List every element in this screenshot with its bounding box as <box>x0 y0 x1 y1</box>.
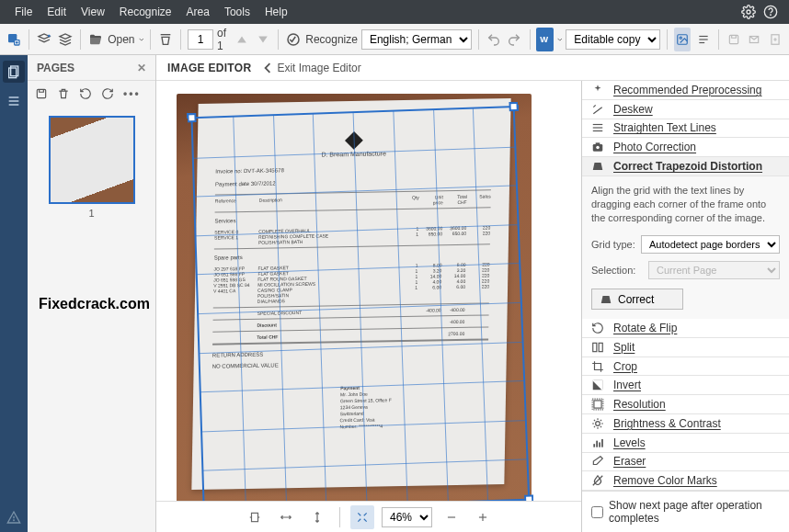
save-button[interactable] <box>726 28 742 51</box>
add-page-button[interactable] <box>36 28 52 51</box>
pages-panel: PAGES ✕ ••• 1 <box>28 55 156 532</box>
chevron-down-icon[interactable] <box>139 36 144 43</box>
tool-rotate-label: Rotate & Flip <box>613 322 677 334</box>
page-down-button[interactable] <box>255 28 271 51</box>
page-number-input[interactable] <box>188 29 213 50</box>
right-panel: Recommended Preprocessing Deskew Straigh… <box>581 81 789 532</box>
image-canvas[interactable]: D. Bream Manufacture Invoice no: DVT-AK-… <box>156 81 581 501</box>
levels-icon <box>589 435 606 451</box>
more-icon[interactable]: ••• <box>123 87 141 100</box>
actual-size-button[interactable] <box>350 505 374 529</box>
tool-eraser-label: Eraser <box>613 455 646 468</box>
redo-button[interactable] <box>506 28 522 51</box>
save-page-icon[interactable] <box>35 87 48 100</box>
tool-crop[interactable]: Crop <box>582 357 789 377</box>
word-export-button[interactable]: W <box>536 28 553 51</box>
delete-page-icon[interactable] <box>57 87 70 100</box>
menu-area[interactable]: Area <box>179 0 217 24</box>
zoom-select[interactable]: 46% <box>382 507 432 527</box>
svg-text:W: W <box>541 35 549 44</box>
close-pages-icon[interactable]: ✕ <box>137 62 146 74</box>
svg-rect-13 <box>729 35 738 43</box>
tool-trapezoid[interactable]: Correct Trapezoid Distortion <box>582 157 789 176</box>
correct-button[interactable]: Correct <box>591 289 683 310</box>
editable-copy-select[interactable]: Editable copy <box>566 29 660 50</box>
trapezoid-icon <box>589 158 606 175</box>
menu-view[interactable]: View <box>74 0 112 24</box>
zoom-out-button[interactable] <box>440 505 463 529</box>
grid-handle-br[interactable] <box>524 494 533 501</box>
tool-recommended-label: Recommended Preprocessing <box>613 84 761 96</box>
recognize-label[interactable]: Recognize <box>305 33 358 46</box>
open-label[interactable]: Open <box>108 33 134 46</box>
menu-tools[interactable]: Tools <box>217 0 257 24</box>
tool-brightness[interactable]: Brightness & Contrast <box>582 414 789 434</box>
fit-page-button[interactable] <box>243 505 267 529</box>
menu-file[interactable]: File <box>7 0 40 24</box>
remove-color-icon <box>589 472 606 489</box>
tool-split[interactable]: Split <box>582 338 789 357</box>
language-select[interactable]: English; German <box>361 29 472 50</box>
new-task-button[interactable] <box>6 28 22 51</box>
straighten-icon <box>589 119 606 136</box>
fit-height-button[interactable] <box>305 505 329 529</box>
selection-select[interactable]: Current Page <box>648 261 780 279</box>
list-tab-icon[interactable] <box>3 90 25 112</box>
page-up-button[interactable] <box>234 28 250 51</box>
chevron-left-icon <box>262 62 273 74</box>
layers-button[interactable] <box>57 28 74 51</box>
text-view-button[interactable] <box>694 28 711 51</box>
trapezoid-grid[interactable] <box>190 106 530 501</box>
tool-levels[interactable]: Levels <box>582 434 789 453</box>
grid-handle-tl[interactable] <box>187 113 196 122</box>
exit-image-editor-button[interactable]: Exit Image Editor <box>262 62 360 74</box>
svg-line-49 <box>600 420 601 421</box>
camera-icon <box>589 139 606 155</box>
tool-deskew[interactable]: Deskew <box>582 100 789 119</box>
pages-tab-icon[interactable] <box>3 61 25 83</box>
tool-photo-correction[interactable]: Photo Correction <box>582 138 789 157</box>
rotate-right-icon[interactable] <box>101 87 114 100</box>
export-button[interactable] <box>766 28 783 51</box>
tool-resolution-label: Resolution <box>613 398 666 411</box>
tool-split-label: Split <box>613 341 635 354</box>
gear-icon[interactable] <box>738 1 760 23</box>
zoom-in-button[interactable] <box>471 505 495 529</box>
tool-eraser[interactable]: Eraser <box>582 453 789 472</box>
warning-icon[interactable] <box>6 510 21 525</box>
trapezoid-description: Align the grid with the text lines by dr… <box>582 176 789 232</box>
help-icon[interactable] <box>760 1 782 23</box>
svg-point-41 <box>596 422 600 426</box>
tool-removecolor-label: Remove Color Marks <box>613 474 717 487</box>
tool-levels-label: Levels <box>613 436 646 449</box>
image-view-button[interactable] <box>674 28 691 51</box>
tool-recommended[interactable]: Recommended Preprocessing <box>582 81 789 100</box>
tool-straighten[interactable]: Straighten Text Lines <box>582 119 789 139</box>
page-total-label: of 1 <box>217 27 230 52</box>
scan-button[interactable] <box>157 28 174 51</box>
svg-line-47 <box>600 426 601 427</box>
tool-rotate[interactable]: Rotate & Flip <box>582 319 789 338</box>
svg-rect-36 <box>593 343 597 351</box>
send-button[interactable] <box>746 28 762 51</box>
gridtype-select[interactable]: Autodetect page borders <box>641 235 780 254</box>
menu-recognize[interactable]: Recognize <box>112 0 179 24</box>
page-thumbnail[interactable] <box>49 116 135 204</box>
chevron-down-icon[interactable] <box>557 36 563 43</box>
grid-handle-tr[interactable] <box>509 102 518 111</box>
open-folder-icon[interactable] <box>87 28 104 51</box>
tool-remove-color[interactable]: Remove Color Marks <box>582 471 789 491</box>
show-next-page-checkbox[interactable] <box>591 506 603 518</box>
undo-button[interactable] <box>486 28 502 51</box>
rotate-left-icon[interactable] <box>79 87 92 100</box>
svg-point-34 <box>596 146 600 150</box>
fit-width-button[interactable] <box>274 505 298 529</box>
menu-help[interactable]: Help <box>257 0 295 24</box>
brightness-icon <box>589 415 606 432</box>
tool-invert[interactable]: Invert <box>582 376 789 395</box>
toolbar: Open of 1 Recognize English; German W Ed… <box>0 24 789 55</box>
svg-rect-23 <box>37 89 45 97</box>
tool-resolution[interactable]: Resolution <box>582 395 789 414</box>
menu-edit[interactable]: Edit <box>40 0 74 24</box>
recognize-icon[interactable] <box>285 28 302 51</box>
